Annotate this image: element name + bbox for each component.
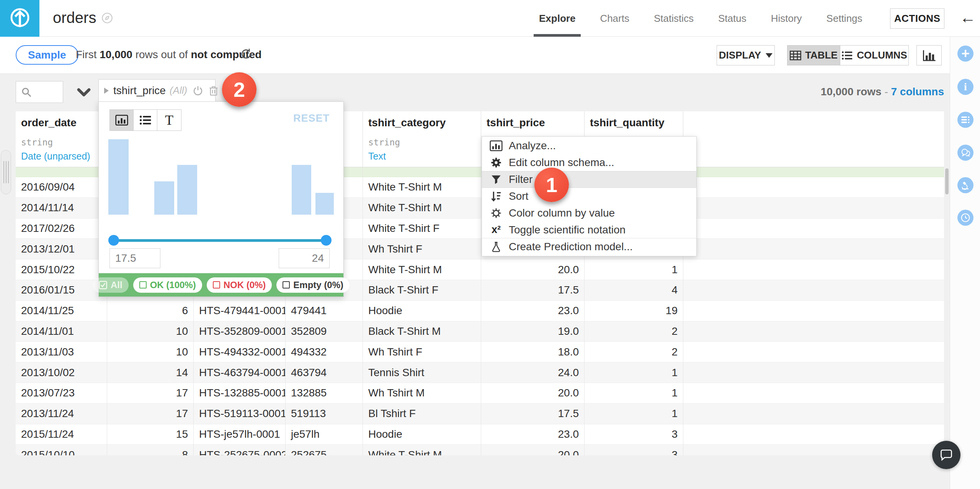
columns-view-label: COLUMNS	[857, 49, 907, 61]
histogram-bar	[292, 165, 311, 215]
column-header-tshirt_category[interactable]: tshirt_categorystringText	[363, 111, 481, 167]
sidebar-timeline-button[interactable]	[957, 210, 973, 226]
menu-item-label: Sort	[509, 190, 528, 202]
slider-handle-min[interactable]	[108, 235, 119, 246]
sidebar-todo-button[interactable]	[957, 112, 973, 128]
table-cell: 1	[585, 383, 683, 403]
sample-badge[interactable]: Sample	[16, 45, 78, 65]
table-cell: 17	[107, 383, 194, 403]
table-cell: 2013/11/03	[16, 342, 107, 362]
menu-item-sort[interactable]: Sort	[482, 188, 696, 205]
histogram	[108, 139, 339, 215]
table-cell: HTS-je57lh-0001	[194, 424, 286, 445]
validity-nok-button[interactable]: NOK (0%)	[207, 277, 272, 293]
app-root: orders Explore Charts Statistics Status …	[0, 0, 980, 489]
tab-settings[interactable]: Settings	[826, 0, 862, 37]
table-cell: 352809	[286, 321, 363, 342]
table-cell: 2015/11/24	[16, 424, 107, 445]
sidebar-add-button[interactable]: +	[957, 46, 973, 62]
validity-empty-button[interactable]: Empty (0%)	[276, 277, 350, 293]
analyze-icon	[489, 140, 503, 151]
table-cell: 10	[107, 342, 194, 362]
histogram-tab[interactable]	[110, 110, 134, 130]
search-input[interactable]	[33, 83, 61, 101]
menu-item-toggle-scientific-notation[interactable]: x²Toggle scientific notation	[482, 222, 696, 238]
table-row: 2013/10/0214HTS-463794-0001463794Tennis …	[16, 362, 944, 383]
validity-ok-button[interactable]: OK (100%)	[133, 277, 202, 293]
tab-explore[interactable]: Explore	[539, 0, 575, 37]
tab-history[interactable]: History	[771, 0, 802, 37]
quick-chart-button[interactable]	[916, 45, 942, 65]
table-cell: Wh Tshirt M	[363, 383, 481, 403]
table-view-label: TABLE	[805, 49, 838, 61]
sort-icon	[489, 190, 503, 202]
tab-status[interactable]: Status	[718, 0, 746, 37]
page-title: orders	[53, 9, 96, 26]
collapse-arrow-icon[interactable]: ←	[960, 8, 976, 27]
refresh-icon[interactable]	[240, 47, 253, 62]
table-cell	[16, 167, 107, 177]
slider-track[interactable]	[113, 239, 327, 242]
grid-icon	[790, 51, 801, 60]
menu-item-analyze[interactable]: Analyze...	[482, 137, 696, 154]
count-separator: -	[884, 86, 888, 98]
checked-checkbox-icon	[99, 281, 107, 289]
table-cell: 23.0	[481, 424, 585, 445]
gear-icon	[489, 156, 503, 169]
sidebar-discussions-button[interactable]	[957, 145, 973, 161]
tab-charts[interactable]: Charts	[600, 0, 629, 37]
table-cell: 17.5	[481, 404, 585, 424]
trash-icon[interactable]	[209, 85, 219, 96]
range-min-input[interactable]	[109, 248, 160, 268]
menu-item-edit-column-schema[interactable]: Edit column schema...	[482, 154, 696, 171]
top-nav: orders Explore Charts Statistics Status …	[0, 0, 980, 37]
chevron-down-icon	[766, 53, 773, 58]
table-cell: 2013/12/01	[16, 239, 107, 259]
table-cell: 17.5	[481, 280, 585, 300]
table-cell: 494332	[286, 342, 363, 362]
table-cell: 2014/11/25	[16, 301, 107, 321]
table-cell: HTS-479441-0001	[194, 301, 286, 321]
menu-item-filter[interactable]: Filter	[482, 171, 696, 188]
validity-nok-label: NOK (0%)	[224, 280, 266, 290]
columns-count-link[interactable]: 7 columns	[891, 86, 944, 98]
range-max-input[interactable]	[279, 248, 330, 268]
tab-statistics[interactable]: Statistics	[654, 0, 694, 37]
text-filter-tab[interactable]: T	[157, 110, 181, 130]
sidebar-info-button[interactable]: i	[957, 79, 973, 95]
slider-handle-max[interactable]	[321, 235, 332, 246]
table-cell: White T-Shirt M	[363, 445, 481, 455]
sidebar-lab-button[interactable]	[957, 177, 973, 193]
checklist-icon	[961, 116, 970, 124]
range-slider	[109, 235, 330, 246]
menu-item-color-column-by-value[interactable]: Color column by value	[482, 205, 696, 222]
table-cell: 463794	[286, 362, 363, 383]
menu-item-create-prediction-model[interactable]: Create Prediction model...	[482, 238, 696, 255]
table-cell: 252675	[286, 445, 363, 455]
dataset-logo[interactable]	[0, 0, 39, 37]
table-search[interactable]	[16, 81, 63, 103]
table-view-button[interactable]: TABLE	[787, 46, 840, 65]
filter-chip[interactable]: tshirt_price (All)	[98, 79, 216, 102]
chevron-down-icon[interactable]	[77, 88, 91, 99]
table-cell: 2013/07/23	[16, 383, 107, 403]
validity-all-button[interactable]: All	[93, 277, 129, 293]
sample-rows: 10,000	[100, 49, 132, 60]
annotation-badge-1: 1	[534, 168, 569, 202]
vertical-scrollbar[interactable]	[945, 168, 949, 194]
table-cell: 1	[585, 259, 683, 280]
pane-drag-handle[interactable]	[1, 150, 11, 194]
table-cell: HTS-252675-0002	[194, 445, 286, 455]
table-row: 2015/11/2415HTS-je57lh-0001je57lhHoodie2…	[16, 424, 944, 445]
help-chat-button[interactable]	[932, 441, 960, 469]
columns-view-button[interactable]: COLUMNS	[840, 46, 908, 65]
reset-button[interactable]: RESET	[293, 112, 330, 124]
power-icon[interactable]	[193, 85, 203, 96]
display-dropdown[interactable]: DISPLAY	[717, 45, 775, 65]
sample-middle: rows out of	[136, 49, 188, 60]
sample-bar: Sample First 10,000 rows out of not comp…	[0, 37, 950, 74]
actions-button[interactable]: ACTIONS	[890, 8, 944, 29]
table-row: 2014/11/256HTS-479441-0001479441Hoodie23…	[16, 301, 944, 321]
values-list-tab[interactable]	[134, 110, 157, 130]
column-header-order_date[interactable]: order_datestringDate (unparsed)	[16, 111, 107, 167]
